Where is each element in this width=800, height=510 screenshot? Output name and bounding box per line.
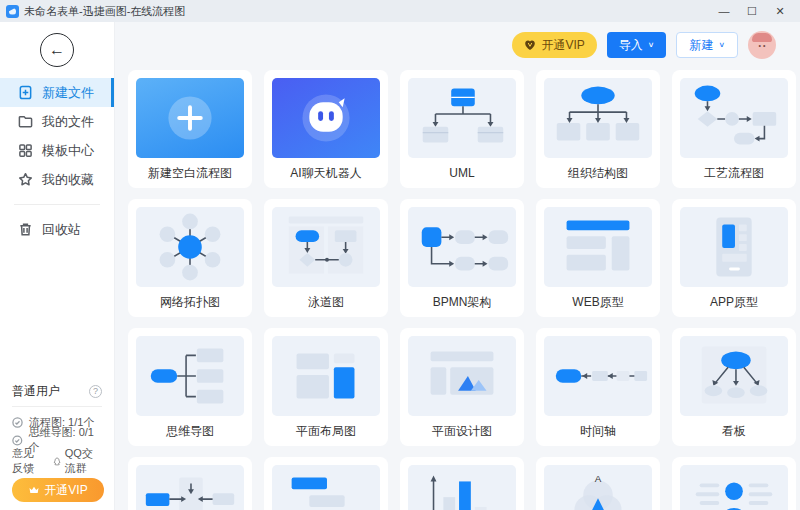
sidebar-item-template-center[interactable]: 模板中心 xyxy=(0,136,114,165)
card-label: 组织结构图 xyxy=(536,158,660,188)
card-label: 平面布局图 xyxy=(264,416,388,446)
top-toolbar: 开通VIP 导入 ∨ 新建 ∨ xyxy=(115,30,776,60)
open-vip-button-top[interactable]: 开通VIP xyxy=(512,32,596,58)
help-icon[interactable]: ? xyxy=(89,385,102,398)
sidebar-item-label: 模板中心 xyxy=(42,142,94,160)
card-partial-er-diagram[interactable] xyxy=(128,457,252,510)
web-prototype-thumbnail xyxy=(544,207,652,287)
card-partial-gantt[interactable] xyxy=(264,457,388,510)
graphic-design-thumbnail xyxy=(408,336,516,416)
robot-icon xyxy=(272,78,380,158)
card-mindmap[interactable]: 思维导图 xyxy=(128,328,252,446)
open-vip-top-label: 开通VIP xyxy=(541,37,584,54)
sidebar-item-favorites[interactable]: 我的收藏 xyxy=(0,165,114,194)
main-content: 开通VIP 导入 ∨ 新建 ∨ 新建空白流程图 xyxy=(115,22,800,510)
close-button[interactable]: ✕ xyxy=(766,1,794,21)
network-topology-thumbnail xyxy=(136,207,244,287)
swimlane-thumbnail xyxy=(272,207,380,287)
app-logo-icon xyxy=(6,5,19,18)
import-label: 导入 xyxy=(619,37,643,54)
card-label: BPMN架构 xyxy=(400,287,524,317)
folder-icon xyxy=(18,114,33,129)
gantt-thumbnail xyxy=(272,465,380,510)
process-flow-thumbnail xyxy=(680,78,788,158)
venn-label-a: A xyxy=(595,473,602,484)
card-network-topology[interactable]: 网络拓扑图 xyxy=(128,199,252,317)
trash-icon xyxy=(18,222,33,237)
feedback-link[interactable]: 意见反馈 xyxy=(12,446,45,476)
sidebar-item-my-files[interactable]: 我的文件 xyxy=(0,107,114,136)
card-label: 时间轴 xyxy=(536,416,660,446)
import-button[interactable]: 导入 ∨ xyxy=(607,32,667,58)
bpmn-thumbnail xyxy=(408,207,516,287)
plus-circle-icon xyxy=(136,78,244,158)
open-vip-label: 开通VIP xyxy=(44,482,87,499)
mindmap-thumbnail xyxy=(136,336,244,416)
template-grid: 新建空白流程图 AI聊天机器人 UML xyxy=(115,60,800,510)
user-type-label: 普通用户 xyxy=(12,383,60,400)
window-title: 未命名表单-迅捷画图-在线流程图 xyxy=(24,4,185,19)
card-timeline[interactable]: 时间轴 xyxy=(536,328,660,446)
sidebar-item-label: 我的文件 xyxy=(42,113,94,131)
chevron-down-icon: ∨ xyxy=(718,41,725,49)
back-button[interactable]: ← xyxy=(40,33,74,67)
user-avatar[interactable] xyxy=(748,31,776,59)
card-partial-resume[interactable] xyxy=(672,457,796,510)
org-chart-thumbnail xyxy=(544,78,652,158)
uml-thumbnail xyxy=(408,78,516,158)
card-swimlane[interactable]: 泳道图 xyxy=(264,199,388,317)
template-grid-icon xyxy=(18,143,33,158)
check-circle-icon xyxy=(12,417,23,428)
card-label: 看板 xyxy=(672,416,796,446)
card-uml[interactable]: UML xyxy=(400,70,524,188)
user-panel: 普通用户 ? 流程图: 1/1个 思维导图: 0/1个 意见反馈 QQ交流群 xyxy=(0,381,114,510)
card-process-flow[interactable]: 工艺流程图 xyxy=(672,70,796,188)
vip-badge-icon xyxy=(524,39,536,51)
minimize-button[interactable]: — xyxy=(710,1,738,21)
card-label: 工艺流程图 xyxy=(672,158,796,188)
sidebar-divider xyxy=(14,204,100,205)
window-controls: — ☐ ✕ xyxy=(710,1,794,21)
sidebar: ← 新建文件 我的文件 模板中心 我的收藏 xyxy=(0,22,115,510)
resume-person-thumbnail xyxy=(680,465,788,510)
titlebar: 未命名表单-迅捷画图-在线流程图 — ☐ ✕ xyxy=(0,0,800,22)
new-button[interactable]: 新建 ∨ xyxy=(676,32,738,58)
new-label: 新建 xyxy=(689,37,713,54)
file-plus-icon xyxy=(18,85,33,100)
card-partial-bar-chart[interactable] xyxy=(400,457,524,510)
sidebar-item-label: 回收站 xyxy=(42,221,81,239)
card-new-blank-flowchart[interactable]: 新建空白流程图 xyxy=(128,70,252,188)
chevron-down-icon: ∨ xyxy=(648,41,655,49)
card-label: 新建空白流程图 xyxy=(128,158,252,188)
card-org-chart[interactable]: 组织结构图 xyxy=(536,70,660,188)
card-app-prototype[interactable]: APP原型 xyxy=(672,199,796,317)
card-web-prototype[interactable]: WEB原型 xyxy=(536,199,660,317)
card-floor-layout[interactable]: 平面布局图 xyxy=(264,328,388,446)
sidebar-item-recycle-bin[interactable]: 回收站 xyxy=(0,215,114,244)
sidebar-item-label: 新建文件 xyxy=(42,84,94,102)
kanban-thumbnail xyxy=(680,336,788,416)
card-label: 思维导图 xyxy=(128,416,252,446)
card-kanban[interactable]: 看板 xyxy=(672,328,796,446)
card-bpmn[interactable]: BPMN架构 xyxy=(400,199,524,317)
card-label: WEB原型 xyxy=(536,287,660,317)
sidebar-nav: 新建文件 我的文件 模板中心 我的收藏 回收站 xyxy=(0,78,114,244)
qq-penguin-icon xyxy=(53,456,61,467)
sidebar-item-new-file[interactable]: 新建文件 xyxy=(0,78,114,107)
er-diagram-thumbnail xyxy=(136,465,244,510)
bar-chart-thumbnail xyxy=(408,465,516,510)
card-label: AI聊天机器人 xyxy=(264,158,388,188)
card-graphic-design[interactable]: 平面设计图 xyxy=(400,328,524,446)
maximize-button[interactable]: ☐ xyxy=(738,1,766,21)
open-vip-button-sidebar[interactable]: 开通VIP xyxy=(12,478,104,502)
venn-diagram-thumbnail: ABC xyxy=(544,465,652,510)
app-prototype-thumbnail xyxy=(680,207,788,287)
card-partial-venn[interactable]: ABC xyxy=(536,457,660,510)
card-ai-chatbot[interactable]: AI聊天机器人 xyxy=(264,70,388,188)
card-label: 泳道图 xyxy=(264,287,388,317)
qq-group-link[interactable]: QQ交流群 xyxy=(65,446,102,476)
timeline-thumbnail xyxy=(544,336,652,416)
user-panel-divider xyxy=(12,406,102,407)
app-window: 未命名表单-迅捷画图-在线流程图 — ☐ ✕ ← 新建文件 我的文件 xyxy=(0,0,800,510)
star-icon xyxy=(18,172,33,187)
